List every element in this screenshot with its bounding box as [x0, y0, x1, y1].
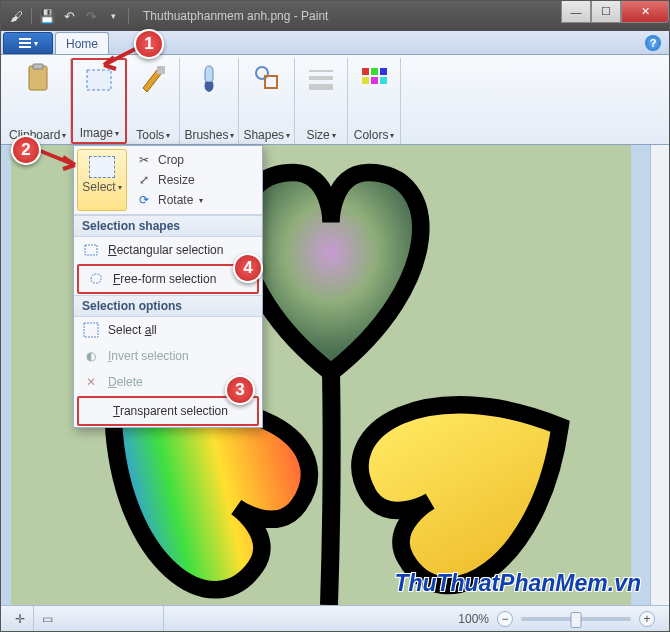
svg-rect-9 [309, 70, 333, 72]
ribbon-group-size: Size▾ [295, 58, 348, 144]
invert-selection-item: ◐Invert selection [74, 343, 262, 369]
tools-label: Tools▾ [136, 128, 170, 142]
redo-icon[interactable]: ↷ [82, 7, 100, 25]
window-title: Thuthuatphanmem anh.png - Paint [143, 9, 328, 23]
resize-icon: ⤢ [136, 172, 152, 188]
crosshair-icon: ✛ [15, 612, 25, 626]
cursor-pos: ✛ [7, 606, 34, 631]
zoom-slider[interactable] [521, 617, 631, 621]
svg-rect-5 [87, 70, 111, 90]
transparent-icon [87, 402, 105, 420]
freeform-icon [87, 270, 105, 288]
annotation-2: 2 [11, 135, 41, 165]
annotation-1: 1 [134, 29, 164, 59]
freeform-selection-item[interactable]: Free-form selection [77, 264, 259, 294]
zoom-label: 100% [458, 612, 489, 626]
svg-rect-11 [309, 84, 333, 90]
svg-rect-13 [371, 68, 378, 75]
svg-rect-12 [362, 68, 369, 75]
file-menu-button[interactable]: ▾ [3, 32, 53, 54]
svg-rect-19 [84, 323, 98, 337]
annotation-3: 3 [225, 375, 255, 405]
clipboard-button[interactable] [16, 60, 60, 96]
svg-rect-1 [19, 42, 31, 44]
zoom-in-button[interactable]: + [639, 611, 655, 627]
section-selection-options: Selection options [74, 295, 262, 317]
svg-rect-2 [19, 46, 31, 48]
svg-rect-4 [33, 64, 43, 69]
ribbon-group-clipboard: Clipboard▾ [5, 58, 71, 144]
quick-access-toolbar: 🖌 💾 ↶ ↷ ▾ [1, 7, 137, 25]
close-button[interactable]: ✕ [621, 1, 669, 23]
titlebar: 🖌 💾 ↶ ↷ ▾ Thuthuatphanmem anh.png - Pain… [1, 1, 669, 31]
rotate-item[interactable]: ⟳Rotate ▾ [132, 190, 260, 210]
svg-rect-10 [309, 76, 333, 80]
statusbar: ✛ ▭ 100% − + [1, 605, 669, 631]
svg-rect-15 [362, 77, 369, 84]
ribbon-group-shapes: Shapes▾ [239, 58, 295, 144]
select-label: Select [82, 180, 115, 194]
help-icon[interactable]: ? [645, 35, 661, 51]
brushes-button[interactable] [187, 60, 231, 96]
crop-item[interactable]: ✂Crop [132, 150, 260, 170]
select-button[interactable]: Select▾ [77, 149, 127, 211]
app-icon: 🖌 [7, 7, 25, 25]
svg-rect-16 [371, 77, 378, 84]
svg-point-7 [256, 67, 268, 79]
rectangular-selection-item[interactable]: Rectangular selection [74, 237, 262, 263]
brushes-label: Brushes▾ [184, 128, 234, 142]
shapes-label: Shapes▾ [243, 128, 290, 142]
image-label: Image▾ [80, 126, 119, 140]
svg-rect-14 [380, 68, 387, 75]
maximize-button[interactable]: ☐ [591, 1, 621, 23]
zoom-out-button[interactable]: − [497, 611, 513, 627]
select-icon [89, 156, 115, 178]
shapes-button[interactable] [245, 60, 289, 96]
colors-button[interactable] [352, 60, 396, 96]
rotate-icon: ⟳ [136, 192, 152, 208]
colors-label: Colors▾ [354, 128, 395, 142]
selection-size-icon: ▭ [42, 612, 53, 626]
size-label: Size▾ [306, 128, 335, 142]
svg-rect-18 [85, 245, 97, 255]
svg-rect-17 [380, 77, 387, 84]
svg-rect-0 [19, 38, 31, 40]
qat-dropdown-icon[interactable]: ▾ [104, 7, 122, 25]
svg-rect-6 [157, 66, 165, 74]
invert-icon: ◐ [82, 347, 100, 365]
selection-size: ▭ [34, 606, 164, 631]
minimize-button[interactable]: — [561, 1, 591, 23]
section-selection-shapes: Selection shapes [74, 215, 262, 237]
window-buttons: — ☐ ✕ [561, 1, 669, 23]
select-all-icon [82, 321, 100, 339]
ribbon-group-brushes: Brushes▾ [180, 58, 239, 144]
save-icon[interactable]: 💾 [38, 7, 56, 25]
rect-select-icon [82, 241, 100, 259]
crop-icon: ✂ [136, 152, 152, 168]
watermark: ThuThuatPhanMem.vn [394, 570, 641, 597]
ribbon-group-colors: Colors▾ [348, 58, 401, 144]
svg-rect-3 [29, 66, 47, 90]
select-all-item[interactable]: Select all [74, 317, 262, 343]
undo-icon[interactable]: ↶ [60, 7, 78, 25]
size-button[interactable] [299, 60, 343, 96]
resize-item[interactable]: ⤢Resize [132, 170, 260, 190]
delete-icon: ✕ [82, 373, 100, 391]
annotation-4: 4 [233, 253, 263, 283]
